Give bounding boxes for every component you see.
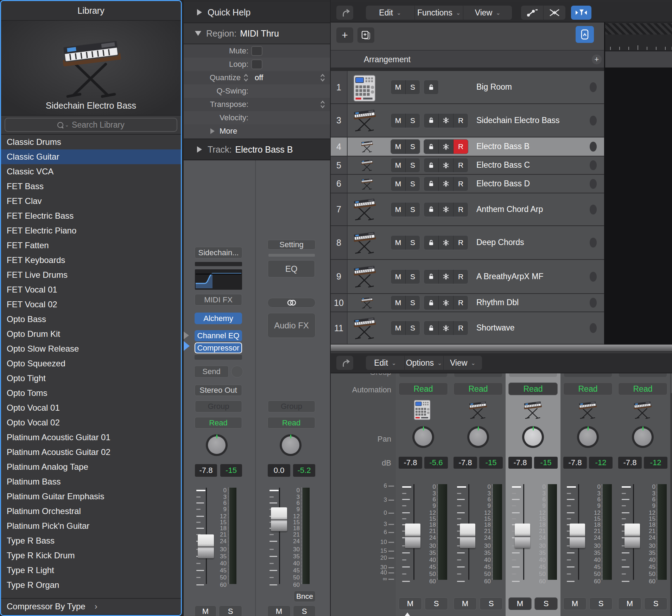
menu-functions[interactable]: Functions⌄ (414, 6, 463, 20)
protect-button[interactable] (424, 158, 438, 172)
mixer-channel-strip[interactable]: Read -7.8 -15 03691215182124303540455060… (451, 373, 506, 616)
track-row[interactable]: 3 M S RSidechain Electro Bass (331, 104, 604, 137)
protect-button[interactable] (424, 140, 438, 154)
volume-fader[interactable]: 03691215182124303540455060 (270, 487, 309, 586)
undo-button[interactable] (336, 6, 353, 20)
freeze-button[interactable] (438, 270, 453, 284)
protect-button[interactable] (424, 296, 438, 310)
mixer-channel-strip[interactable]: Read -7.8 -12 03691215182124303540455060… (560, 373, 615, 616)
group-slot[interactable]: Group (268, 400, 315, 412)
track-row[interactable]: 10 M S RRhythm Dbl (331, 294, 604, 312)
library-item[interactable]: Opto Squeezed (1, 356, 181, 371)
volume-value[interactable]: -7.8 (195, 464, 217, 477)
pan-knob[interactable] (467, 426, 489, 448)
empty-insert-slot[interactable] (195, 355, 242, 360)
stereo-format-button[interactable] (267, 298, 316, 308)
track-name[interactable]: A BreathyArpX MF (476, 272, 543, 281)
flex-tool-button[interactable] (543, 6, 566, 20)
automation-mode-button[interactable]: Read (508, 383, 558, 395)
search-input[interactable]: ⌄ Search Library (5, 118, 177, 132)
record-enable-button[interactable]: R (453, 321, 468, 335)
add-track-button[interactable]: + (336, 27, 353, 43)
automation-mode-button[interactable]: Read (267, 417, 315, 429)
stepper-icon[interactable] (320, 101, 325, 108)
fader-handle[interactable] (405, 524, 420, 548)
track-name[interactable]: Electro Bass C (476, 160, 530, 170)
freeze-button[interactable] (438, 177, 453, 191)
mute-button[interactable]: M (391, 140, 405, 154)
mute-button[interactable]: M (391, 158, 405, 172)
quantize-value[interactable]: off (255, 73, 263, 82)
peak-value[interactable]: -15 (479, 457, 503, 469)
instrument-slot[interactable]: Alchemy (195, 313, 242, 324)
automation-mode-button[interactable]: Read (618, 383, 667, 395)
library-item[interactable]: Opto Vocal 02 (1, 415, 181, 430)
protect-button[interactable] (424, 203, 438, 217)
input-slot[interactable] (195, 262, 242, 266)
peak-value[interactable]: -15 (220, 464, 242, 477)
solo-button[interactable]: S (405, 321, 420, 335)
menu-view[interactable]: View⌄ (463, 6, 512, 20)
send-knob[interactable] (231, 366, 243, 378)
library-item[interactable]: Platinum Acoustic Guitar 02 (1, 445, 181, 460)
mute-button[interactable]: M (618, 597, 641, 610)
pan-knob[interactable] (280, 434, 302, 456)
solo-button[interactable]: S (405, 177, 420, 191)
track-name[interactable]: Anthem Chord Arp (476, 205, 543, 214)
solo-button[interactable]: S (480, 597, 503, 610)
freeze-button[interactable] (438, 321, 453, 335)
solo-button[interactable]: S (425, 597, 448, 610)
library-item[interactable]: Type R Organ (1, 578, 181, 592)
pan-knob[interactable] (632, 426, 654, 448)
menu-edit[interactable]: Edit⌄ (366, 6, 414, 20)
stepper-icon[interactable] (243, 74, 248, 82)
track-name[interactable]: Electro Bass D (476, 179, 530, 188)
output-slot[interactable]: Stereo Out (195, 385, 242, 396)
midi-fx-slot[interactable]: MIDI FX (195, 294, 242, 306)
menu-edit[interactable]: Edit⌄ (366, 356, 404, 370)
library-item[interactable]: FET Clav (1, 194, 181, 208)
mute-button[interactable]: M (391, 80, 405, 94)
protect-button[interactable] (424, 80, 438, 94)
library-item[interactable]: FET Fatten (1, 238, 181, 253)
undo-button[interactable] (336, 356, 353, 370)
library-item[interactable]: Opto Drum Kit (1, 327, 181, 341)
region-header[interactable]: Region: MIDI Thru (184, 23, 330, 44)
mixer-channel-strip[interactable]: Read -7.8 -5.6 0369121518212430354045506… (396, 373, 451, 616)
library-item[interactable]: Opto Bass (1, 312, 181, 327)
eq-slot[interactable]: EQ (268, 260, 315, 277)
eq-thumbnail[interactable] (195, 269, 242, 290)
solo-button[interactable]: S (219, 605, 242, 616)
send-button[interactable]: Send (194, 366, 229, 378)
track-header[interactable]: Track: Electro Bass B (184, 139, 330, 160)
library-item[interactable]: Type R Light (1, 563, 181, 578)
mute-button[interactable]: M (195, 605, 216, 616)
library-footer-item[interactable]: Compressor By Type › (1, 598, 181, 615)
volume-value[interactable]: -7.8 (563, 457, 587, 469)
library-item[interactable]: Platinum Analog Tape (1, 460, 181, 474)
duplicate-track-button[interactable] (357, 27, 374, 43)
solo-button[interactable]: S (534, 597, 558, 610)
library-item[interactable]: FET Keyboards (1, 253, 181, 268)
library-item[interactable]: FET Electric Bass (1, 208, 181, 223)
horizontal-scrollbar[interactable] (331, 345, 672, 352)
quick-help-header[interactable]: Quick Help (184, 2, 330, 23)
fader-handle[interactable] (460, 524, 475, 548)
library-item[interactable]: FET Bass (1, 179, 181, 194)
library-item[interactable]: Platinum Bass (1, 474, 181, 489)
library-item[interactable]: FET Live Drums (1, 268, 181, 282)
library-item[interactable]: Classic Drums (1, 135, 181, 149)
stepper-icon[interactable] (320, 74, 325, 82)
group-slot[interactable]: Group (195, 400, 242, 412)
peak-value[interactable]: -5.6 (424, 457, 448, 469)
solo-button[interactable]: S (405, 158, 420, 172)
add-arrangement-marker-button[interactable]: + (592, 54, 602, 64)
solo-button[interactable]: S (405, 270, 420, 284)
fader-handle[interactable] (570, 524, 585, 548)
record-enable-button[interactable]: R (453, 114, 468, 128)
library-item[interactable]: Classic VCA (1, 164, 181, 179)
protect-button[interactable] (424, 321, 438, 335)
insert-slot-compressor[interactable]: Compressor (195, 342, 242, 353)
catch-filter-button[interactable] (571, 6, 591, 20)
peak-value[interactable]: -5.2 (293, 464, 315, 477)
